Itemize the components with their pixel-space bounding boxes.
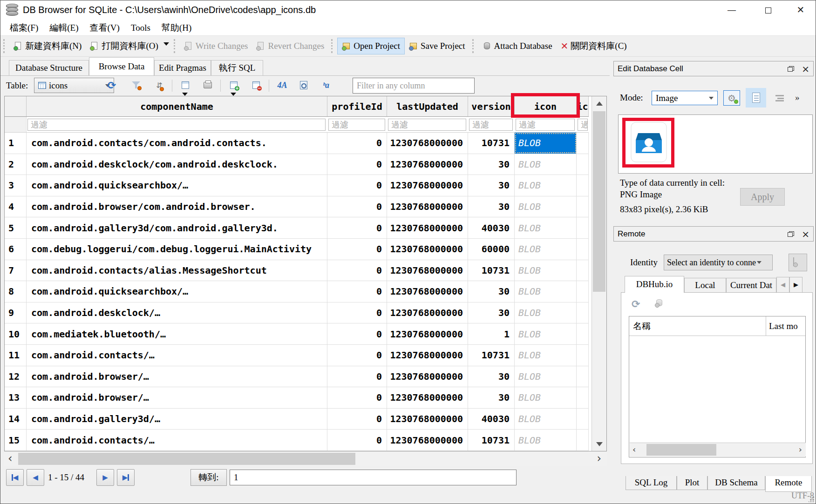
insert-record-button[interactable]: + xyxy=(227,78,241,92)
cell-lastUpdated[interactable]: 1230768000000 xyxy=(387,239,468,260)
maximize-button[interactable] xyxy=(757,0,779,19)
cell-componentName[interactable]: com.android.quicksearchbox/… xyxy=(27,281,327,302)
row-number-cell[interactable]: 14 xyxy=(5,409,27,430)
row-number-cell[interactable]: 8 xyxy=(5,281,27,302)
cell-lastUpdated[interactable]: 1230768000000 xyxy=(387,366,468,387)
row-number-cell[interactable]: 5 xyxy=(5,217,27,238)
cell-profileId[interactable]: 0 xyxy=(327,154,387,175)
cell-partial[interactable] xyxy=(577,239,589,260)
print-button[interactable] xyxy=(201,78,215,92)
cell-version[interactable]: 30 xyxy=(468,387,515,408)
row-number-cell[interactable]: 12 xyxy=(5,366,27,387)
resize-grip[interactable] xyxy=(809,497,814,502)
cell-version[interactable]: 10731 xyxy=(468,133,515,154)
cell-lastUpdated[interactable]: 1230768000000 xyxy=(387,217,468,238)
cell-version[interactable]: 1 xyxy=(468,323,515,344)
filter-input-componentName[interactable]: 過濾 xyxy=(27,119,326,131)
row-number-cell[interactable]: 1 xyxy=(5,133,27,154)
last-page-button[interactable]: ▶ xyxy=(117,469,135,486)
cell-partial[interactable] xyxy=(577,323,589,344)
cell-lastUpdated[interactable]: 1230768000000 xyxy=(387,260,468,281)
edit-display-format-button[interactable]: 4A xyxy=(275,78,289,92)
cell-componentName[interactable]: com.android.deskclock/… xyxy=(27,302,327,323)
cell-icon-blob[interactable]: BLOB xyxy=(515,366,577,387)
cell-partial[interactable] xyxy=(577,302,589,323)
refresh-remote-icon[interactable]: ⟳ xyxy=(632,298,640,310)
cell-partial[interactable] xyxy=(577,217,589,238)
apply-button[interactable]: Apply xyxy=(740,188,785,206)
refresh-button[interactable]: ⟳ xyxy=(105,78,119,92)
find-in-table-button[interactable] xyxy=(297,78,311,92)
save-table-button[interactable] xyxy=(178,78,192,92)
cell-version[interactable]: 30 xyxy=(468,281,515,302)
cell-lastUpdated[interactable]: 1230768000000 xyxy=(387,323,468,344)
column-header-version[interactable]: version xyxy=(468,96,515,116)
scroll-down-button[interactable] xyxy=(592,437,606,451)
cell-icon-blob[interactable]: BLOB xyxy=(515,430,577,450)
horizontal-scrollbar[interactable]: ‹ › xyxy=(4,452,607,466)
row-number-cell[interactable]: 13 xyxy=(5,387,27,408)
cell-lastUpdated[interactable]: 1230768000000 xyxy=(387,302,468,323)
cell-partial[interactable] xyxy=(577,345,589,366)
minimize-button[interactable]: — xyxy=(721,0,743,19)
close-database-button[interactable]: ✕ 關閉資料庫(C) xyxy=(557,37,631,55)
horizontal-scrollbar-thumb[interactable] xyxy=(18,453,355,465)
clone-database-button[interactable] xyxy=(789,254,807,271)
dock-tab-sql-log[interactable]: SQL Log xyxy=(626,476,677,490)
cell-componentName[interactable]: com.android.contacts/com.android.contact… xyxy=(27,133,327,154)
filter-any-column-input[interactable] xyxy=(353,78,475,94)
goto-button[interactable]: 轉到: xyxy=(190,469,227,486)
remote-tab-current-database[interactable]: Current Dat xyxy=(726,278,776,293)
column-header-profileId[interactable]: profileId xyxy=(327,96,387,116)
cell-lastUpdated[interactable]: 1230768000000 xyxy=(387,387,468,408)
cell-componentName[interactable]: com.android.gallery3d/… xyxy=(27,409,327,430)
vertical-scrollbar-thumb[interactable] xyxy=(593,111,605,292)
remote-column-name[interactable]: 名稱 xyxy=(629,320,651,332)
remote-file-table[interactable]: 名稱 Last mo ‹ › xyxy=(629,316,806,457)
identity-selector[interactable]: Select an identity to conne xyxy=(664,255,773,270)
delete-record-button[interactable]: − xyxy=(249,78,263,92)
cell-icon-blob[interactable]: BLOB xyxy=(515,154,577,175)
clear-sorting-button[interactable]: ⇵ xyxy=(152,78,166,92)
scroll-left-icon[interactable]: ‹ xyxy=(8,452,13,466)
goto-record-input[interactable] xyxy=(230,470,517,485)
cell-version[interactable]: 30 xyxy=(468,302,515,323)
filter-input-version[interactable]: 過濾 xyxy=(469,119,513,131)
auto-format-button[interactable] xyxy=(772,91,788,105)
remote-horizontal-scrollbar[interactable]: ‹ › xyxy=(630,443,806,457)
cell-partial[interactable] xyxy=(577,175,589,196)
cell-partial[interactable] xyxy=(577,196,589,217)
previous-page-button[interactable]: ◀ xyxy=(27,469,44,486)
menu-view[interactable]: 查看(V) xyxy=(84,20,125,35)
remote-tab-dbhub[interactable]: DBHub.io xyxy=(625,276,684,293)
cell-icon-blob[interactable]: BLOB xyxy=(515,196,577,217)
vertical-scrollbar[interactable] xyxy=(592,96,606,451)
cell-icon-blob[interactable]: BLOB xyxy=(515,302,577,323)
menu-tools[interactable]: Tools xyxy=(125,21,156,34)
revert-changes-button[interactable]: Revert Changes xyxy=(252,38,328,54)
cell-version[interactable]: 10731 xyxy=(468,345,515,366)
row-number-cell[interactable]: 3 xyxy=(5,175,27,196)
scroll-up-button[interactable] xyxy=(592,96,606,110)
cell-icon-blob[interactable]: BLOB xyxy=(515,281,577,302)
remote-tab-local[interactable]: Local xyxy=(684,278,726,293)
cell-icon-blob[interactable]: BLOB xyxy=(515,217,577,238)
cell-icon-blob[interactable]: BLOB xyxy=(515,260,577,281)
scroll-right-icon[interactable]: › xyxy=(799,443,802,457)
text-mode-button[interactable] xyxy=(746,88,766,108)
mode-selector[interactable]: Image xyxy=(652,91,718,105)
cell-componentName[interactable]: com.android.browser/… xyxy=(27,387,327,408)
cell-version[interactable]: 30 xyxy=(468,175,515,196)
cell-componentName[interactable]: com.android.browser/com.android.browser. xyxy=(27,196,327,217)
cell-profileId[interactable]: 0 xyxy=(327,239,387,260)
cell-icon-blob[interactable]: BLOB xyxy=(515,323,577,344)
float-panel-icon[interactable] xyxy=(788,231,794,237)
cell-version[interactable]: 40030 xyxy=(468,217,515,238)
cell-profileId[interactable]: 0 xyxy=(327,430,387,450)
next-page-button[interactable]: ▶ xyxy=(96,469,114,486)
cell-profileId[interactable]: 0 xyxy=(327,175,387,196)
cell-profileId[interactable]: 0 xyxy=(327,133,387,154)
cell-profileId[interactable]: 0 xyxy=(327,323,387,344)
scroll-right-icon[interactable]: › xyxy=(597,452,601,466)
toolbar-overflow-icon[interactable]: » xyxy=(795,93,799,103)
